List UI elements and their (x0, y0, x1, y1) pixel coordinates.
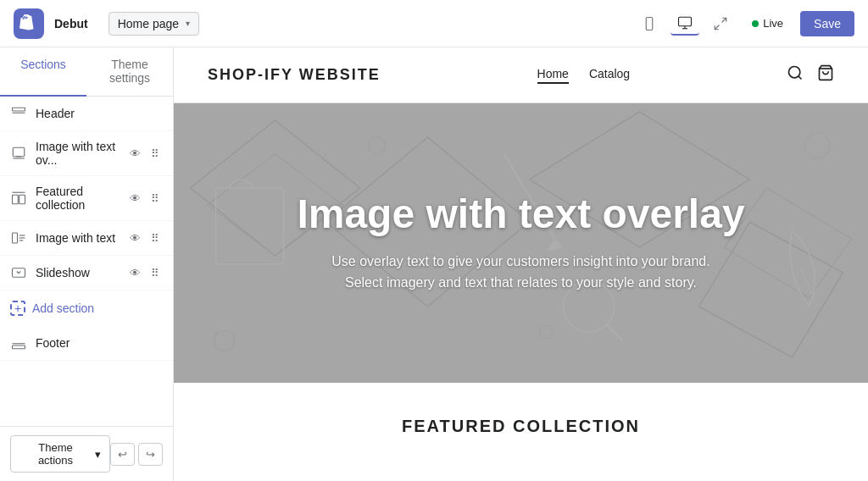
svg-rect-12 (13, 195, 19, 204)
chevron-down-icon: ▾ (186, 19, 190, 28)
collection-icon (10, 190, 27, 207)
svg-line-6 (715, 25, 719, 29)
theme-actions-button[interactable]: Theme actions ▾ (10, 435, 110, 473)
hero-subtitle-line2: Select imagery and text that relates to … (297, 272, 744, 294)
desktop-view-button[interactable] (670, 12, 699, 36)
preview-area: SHOP-IFY WEBSITE Home Catalog (174, 47, 868, 481)
eye-toggle-image-text[interactable]: 👁 (126, 231, 144, 246)
eye-toggle-slideshow[interactable]: 👁 (126, 266, 144, 280)
sidebar-item-featured-collection[interactable]: Featured collection 👁 ⠿ (0, 176, 173, 221)
drag-handle-slideshow[interactable]: ⠿ (147, 266, 163, 280)
save-button[interactable]: Save (800, 11, 854, 36)
tab-theme-settings[interactable]: Theme settings (86, 47, 173, 97)
image-overlay-icon (10, 145, 27, 162)
svg-line-5 (722, 18, 726, 22)
svg-rect-9 (13, 147, 25, 157)
sidebar-sections-list: Header Image with text ov... 👁 ⠿ Feature… (0, 97, 173, 426)
item-actions-slideshow: 👁 ⠿ (126, 266, 163, 280)
image-text-icon (10, 229, 27, 246)
store-header: SHOP-IFY WEBSITE Home Catalog (174, 47, 868, 103)
add-section-label: Add section (32, 301, 94, 315)
main-layout: Sections Theme settings Header Image wit… (0, 47, 868, 481)
hero-content: Image with text overlay Use overlay text… (280, 175, 761, 311)
app-name: Debut (54, 17, 88, 30)
featured-section: FEATURED COLLECTION (174, 383, 868, 470)
drag-handle-overlay[interactable]: ⠿ (147, 147, 163, 161)
svg-rect-15 (13, 233, 18, 243)
hero-section: Image with text overlay Use overlay text… (174, 103, 868, 383)
undo-button[interactable]: ↩ (110, 443, 135, 466)
search-icon[interactable] (787, 64, 804, 86)
svg-rect-2 (679, 17, 692, 26)
add-section-icon: + (10, 301, 25, 316)
hero-title: Image with text overlay (297, 192, 744, 237)
footer-icon (10, 334, 27, 351)
svg-rect-13 (19, 195, 25, 204)
drag-handle-collection[interactable]: ⠿ (147, 191, 163, 206)
redo-button[interactable]: ↪ (138, 443, 163, 466)
svg-rect-0 (646, 17, 653, 30)
item-actions-overlay: 👁 ⠿ (126, 147, 163, 161)
add-section-button[interactable]: + Add section (0, 290, 173, 326)
svg-rect-21 (13, 346, 25, 349)
sidebar: Sections Theme settings Header Image wit… (0, 47, 174, 481)
undo-redo-group: ↩ ↪ (110, 443, 163, 466)
svg-point-22 (789, 67, 800, 78)
sidebar-item-footer[interactable]: Footer (0, 326, 173, 361)
full-width-view-button[interactable] (706, 13, 735, 35)
item-actions-collection: 👁 ⠿ (126, 191, 163, 206)
store-nav: Home Catalog (537, 67, 631, 84)
eye-toggle-collection[interactable]: 👁 (126, 191, 144, 206)
cart-icon[interactable] (817, 64, 834, 86)
tab-sections[interactable]: Sections (0, 47, 86, 97)
nav-catalog[interactable]: Catalog (589, 67, 630, 84)
drag-handle-image-text[interactable]: ⠿ (147, 231, 163, 246)
view-icons (635, 12, 735, 36)
svg-rect-7 (13, 108, 25, 111)
shopify-logo (14, 8, 44, 39)
store-header-icons (787, 64, 834, 86)
slideshow-icon (10, 264, 27, 281)
sidebar-footer: Theme actions ▾ ↩ ↪ (0, 426, 173, 481)
live-badge: Live (752, 17, 783, 30)
mobile-view-button[interactable] (635, 13, 664, 35)
sidebar-item-image-text-overlay[interactable]: Image with text ov... 👁 ⠿ (0, 131, 173, 176)
item-actions-image-text: 👁 ⠿ (126, 231, 163, 246)
nav-home[interactable]: Home (537, 67, 569, 84)
sidebar-item-header[interactable]: Header (0, 97, 173, 131)
chevron-down-icon: ▾ (95, 448, 101, 461)
sidebar-tabs: Sections Theme settings (0, 47, 173, 97)
sidebar-item-slideshow[interactable]: Slideshow 👁 ⠿ (0, 256, 173, 290)
featured-title: FEATURED COLLECTION (208, 417, 834, 436)
store-logo: SHOP-IFY WEBSITE (208, 66, 381, 84)
header-icon (10, 105, 27, 122)
svg-line-23 (798, 76, 802, 80)
topbar: Debut Home page ▾ Live Save (0, 0, 868, 47)
eye-toggle-overlay[interactable]: 👁 (126, 147, 144, 161)
page-selector[interactable]: Home page ▾ (108, 12, 199, 36)
preview-frame: SHOP-IFY WEBSITE Home Catalog (174, 47, 868, 481)
hero-subtitle-line1: Use overlay text to give your customers … (297, 251, 744, 273)
sidebar-item-image-with-text[interactable]: Image with text 👁 ⠿ (0, 221, 173, 256)
live-dot (752, 20, 759, 27)
